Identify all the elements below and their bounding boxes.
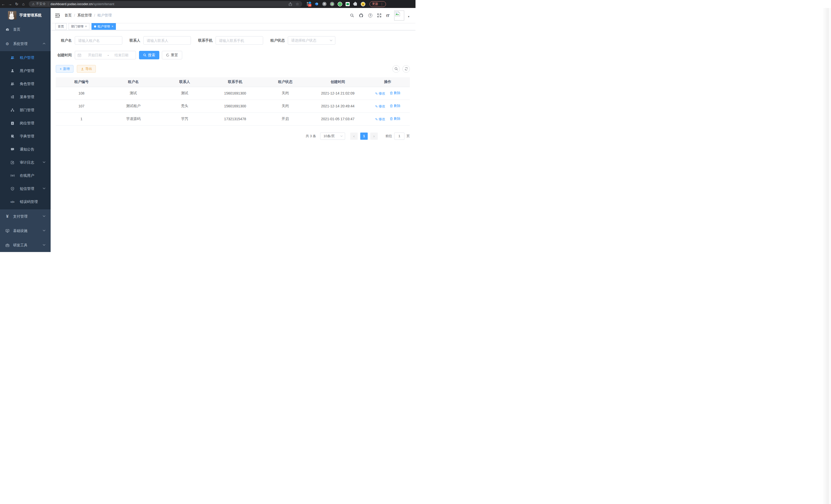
forward-icon[interactable]: → (7, 2, 13, 6)
back-icon[interactable]: ← (0, 2, 7, 6)
chrome-update-button[interactable]: 更新 ⋮ (370, 1, 386, 7)
mobile-input[interactable] (216, 36, 263, 45)
tab-dept[interactable]: 部门管理 × (68, 23, 89, 30)
col-status: 租户状态 (260, 77, 310, 87)
delete-link[interactable]: 删除 (390, 91, 400, 95)
help-icon[interactable]: ? (368, 13, 372, 18)
sidebar-item-dict[interactable]: 字典管理 (0, 130, 51, 143)
sidebar-item-sms[interactable]: 短信管理 (0, 182, 51, 195)
address-bar[interactable]: ⚠ 不安全 dashboard.yudao.iocoder.cn/system/… (29, 1, 302, 7)
dictionary-icon (10, 135, 15, 138)
edit-link[interactable]: ✎修改 (375, 104, 385, 109)
export-button[interactable]: 导出 (77, 65, 96, 73)
sidebar-logo-row[interactable]: 芋道管理系统 (0, 8, 51, 22)
extension-balloon-icon[interactable] (315, 2, 319, 6)
extension-emoji-icon[interactable] (361, 2, 365, 6)
font-size-icon[interactable]: tT (386, 13, 389, 18)
tab-home[interactable]: 首页 (55, 23, 66, 30)
sidebar-item-menu[interactable]: 菜单管理 (0, 90, 51, 103)
reset-button[interactable]: 重置 (162, 51, 182, 59)
sidebar-item-user[interactable]: 用户管理 (0, 64, 51, 77)
pagination: 共 3 条 10条/页 ‹ 1 › 前往 页 (56, 132, 410, 140)
avatar[interactable] (394, 10, 404, 21)
home-icon[interactable]: ⌂ (20, 2, 27, 6)
extension-recorder-icon[interactable] (330, 2, 334, 6)
delete-link[interactable]: 删除 (390, 103, 400, 108)
edit-link[interactable]: ✎修改 (375, 117, 385, 121)
cell-mobile: 15601691300 (210, 100, 260, 113)
kebab-menu-icon[interactable]: ⋮ (380, 2, 383, 6)
sidebar-item-system[interactable]: ⚙ 系统管理 (0, 37, 51, 51)
cell-mobile: 17321315478 (210, 113, 260, 125)
cell-actions: ✎修改 删除 (366, 100, 410, 113)
refresh-table-button[interactable] (402, 65, 410, 73)
extension-badge: 10 (308, 4, 311, 7)
cell-mobile: 15601691300 (210, 87, 260, 100)
sidebar-item-notice[interactable]: 通知公告 (0, 143, 51, 156)
sidebar-item-dept[interactable]: 部门管理 (0, 103, 51, 117)
add-button[interactable]: + 新增 (56, 65, 74, 73)
bookmark-star-icon[interactable]: ☆ (296, 2, 299, 6)
sidebar-item-audit[interactable]: 审计日志 (0, 156, 51, 169)
warning-icon: ⚠ (32, 2, 35, 6)
chevron-down-icon (42, 187, 46, 189)
tab-tenant[interactable]: 租户管理 × (91, 23, 116, 30)
extensions-puzzle-icon[interactable] (353, 2, 357, 6)
prev-page-button[interactable]: ‹ (350, 132, 358, 140)
update-label: 更新 (372, 2, 378, 6)
page-number-1[interactable]: 1 (360, 132, 368, 140)
sidebar-submenu-system: 租户管理 用户管理 角色管理 菜单管理 (0, 51, 51, 209)
extension-y-icon[interactable]: Y (338, 2, 342, 6)
status-placeholder: 请选择租户状态 (291, 38, 316, 43)
reload-icon[interactable]: ↻ (13, 2, 20, 6)
chevron-down-icon[interactable]: ▼ (407, 16, 410, 18)
extension-grid-icon[interactable]: 10 (307, 2, 311, 6)
filter-row-1: 租户名 联系人 联系手机 租户状态 请选择租户状态 (56, 36, 410, 45)
extension-command-icon[interactable]: ⌘ (322, 2, 326, 6)
sidebar-item-label: 研发工具 (13, 243, 28, 248)
calendar-icon (78, 53, 81, 57)
trash-icon (390, 117, 393, 120)
sidebar-item-infra[interactable]: 基础设施 (0, 224, 51, 238)
breadcrumb-system[interactable]: 系统管理 (77, 13, 92, 18)
date-range-picker[interactable]: 开始日期 - 结束日期 (75, 51, 136, 59)
search-icon[interactable] (350, 13, 354, 18)
breadcrumb-home[interactable]: 首页 (64, 13, 72, 18)
tags-view-bar: 首页 部门管理 × 租户管理 × (51, 23, 416, 30)
sidebar-item-tenant[interactable]: 租户管理 (0, 51, 51, 64)
fullscreen-icon[interactable] (377, 13, 381, 18)
sidebar-item-label: 系统管理 (13, 41, 28, 46)
sidebar-item-errcode[interactable]: </> 错误码管理 (0, 195, 51, 208)
toggle-search-button[interactable] (392, 65, 400, 73)
trash-icon (390, 104, 393, 108)
next-page-button[interactable]: › (370, 132, 378, 140)
sidebar-item-devtool[interactable]: 研发工具 (0, 238, 51, 252)
extension-chat-icon[interactable] (346, 2, 350, 6)
goto-page-input[interactable] (394, 132, 404, 140)
delete-link[interactable]: 删除 (390, 116, 400, 121)
breadcrumb-current: 租户管理 (97, 13, 112, 18)
hamburger-icon[interactable] (55, 13, 60, 18)
github-icon[interactable] (359, 13, 363, 18)
sidebar-item-pay[interactable]: ¥ 支付管理 (0, 209, 51, 224)
create-time-label: 创建时间 (56, 53, 72, 58)
sidebar-item-role[interactable]: 角色管理 (0, 77, 51, 90)
page-size-select[interactable]: 10条/页 (320, 132, 345, 140)
navbar-actions: ? tT ▼ (350, 10, 416, 21)
sidebar-item-home[interactable]: 首页 (0, 22, 51, 37)
tenant-name-input[interactable] (75, 36, 122, 45)
search-icon (395, 67, 398, 71)
sidebar-item-label: 首页 (13, 27, 20, 32)
status-select[interactable]: 请选择租户状态 (288, 36, 335, 45)
edit-link[interactable]: ✎修改 (375, 91, 385, 96)
cell-name: 芋道源码 (107, 113, 160, 125)
contact-input[interactable] (143, 36, 191, 45)
app-title: 芋道管理系统 (19, 13, 41, 18)
sidebar-item-post[interactable]: 岗位管理 (0, 117, 51, 130)
close-icon[interactable]: × (112, 25, 113, 28)
security-status[interactable]: ⚠ 不安全 (32, 2, 46, 6)
search-button[interactable]: 搜索 (139, 51, 159, 59)
close-icon[interactable]: × (85, 25, 87, 28)
sidebar-item-online[interactable]: 在线用户 (0, 169, 51, 182)
share-icon[interactable] (289, 2, 292, 6)
